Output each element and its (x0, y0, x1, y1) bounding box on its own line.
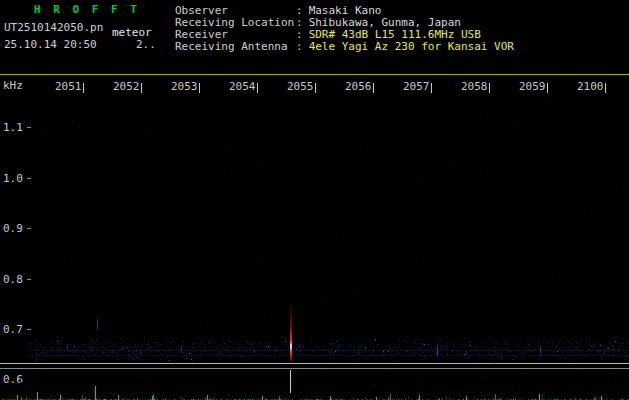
time-axis-tick (431, 83, 432, 93)
freq-axis-label: 1.0 (3, 173, 23, 185)
time-axis-label: 2051 (55, 81, 82, 93)
meteor-echo (67, 343, 68, 351)
info-row-label: Receiving Antenna (175, 41, 296, 53)
info-row-sep: : (296, 41, 303, 53)
meter-spike (466, 396, 467, 400)
meteor-echo (181, 345, 182, 354)
freq-axis-tick (27, 178, 31, 179)
meteor-echo-main (290, 302, 292, 363)
noise-meter (0, 369, 629, 400)
station-info: Observer:Masaki KanoReceiving Location:S… (175, 5, 514, 53)
time-axis-tick (547, 83, 548, 93)
meter-spike (95, 386, 96, 400)
meteor-echo (466, 350, 467, 356)
time-marker (290, 370, 291, 393)
meter-noise (0, 0, 1, 1)
capture-filename: UT2510142050.pn (4, 22, 103, 34)
time-axis-label: 2056 (345, 81, 372, 93)
meter-spike (152, 396, 153, 400)
meter-spike (419, 395, 420, 400)
freq-axis-tick (27, 127, 31, 128)
freq-axis-label: 0.8 (3, 274, 23, 286)
noise-band-line (28, 355, 629, 356)
meter-spike (539, 394, 540, 400)
freq-axis-label: 0.7 (3, 324, 23, 336)
time-axis-tick (83, 83, 84, 93)
meter-spike (330, 396, 331, 400)
time-axis-tick (373, 83, 374, 93)
time-axis-label: 2053 (171, 81, 198, 93)
capture-datetime: 25.10.14 20:50 (4, 39, 97, 51)
meteor-echo (604, 349, 605, 355)
freq-axis-label: 1.1 (3, 122, 23, 134)
meteor-echo (97, 317, 98, 332)
meter-spike (118, 395, 119, 400)
meter-spike (601, 396, 602, 400)
meter-spike (17, 395, 18, 400)
meteor-echo (540, 345, 541, 355)
header-counter: 2.. (136, 39, 156, 51)
meter-bar (495, 394, 496, 400)
time-axis-tick (489, 83, 490, 93)
info-row-value: 4ele Yagi Az 230 for Kansai VOR (309, 41, 514, 53)
freq-axis-tick (27, 228, 31, 229)
time-axis-tick (605, 83, 606, 93)
meteor-echo (358, 350, 359, 355)
header-separator-line (0, 74, 629, 75)
freq-axis-tick (27, 329, 31, 330)
freq-axis-tick (27, 279, 31, 280)
app-title: H R O F F T (34, 4, 140, 16)
meteor-echo (140, 349, 141, 354)
noise-band-line (28, 350, 629, 351)
meter-spike (37, 392, 38, 400)
meter-spike (262, 396, 263, 400)
time-axis-tick (141, 83, 142, 93)
meter-spike (60, 395, 61, 400)
meter-spike (207, 395, 208, 400)
station-info-row: Receiving Antenna:4ele Yagi Az 230 for K… (175, 41, 514, 53)
meter-bar (390, 394, 391, 400)
meteor-echo (437, 343, 438, 359)
time-axis-label: 2059 (519, 81, 546, 93)
time-axis-label: 2100 (577, 81, 604, 93)
spectrogram-bottom-line (0, 363, 629, 364)
time-axis-tick (257, 83, 258, 93)
hrofft-window: H R O F F T UT2510142050.pn meteor 25.10… (0, 0, 629, 400)
meteor-echo (254, 348, 255, 354)
freq-axis-label: 0.9 (3, 223, 23, 235)
time-axis-tick (199, 83, 200, 93)
time-axis-tick (315, 83, 316, 93)
time-axis-label: 2054 (229, 81, 256, 93)
meter-bar (408, 396, 409, 400)
time-axis-label: 2057 (403, 81, 430, 93)
time-axis-label: 2058 (461, 81, 488, 93)
time-axis-label: 2055 (287, 81, 314, 93)
time-axis-label: 2052 (113, 81, 140, 93)
freq-axis-unit: kHz (3, 80, 23, 92)
